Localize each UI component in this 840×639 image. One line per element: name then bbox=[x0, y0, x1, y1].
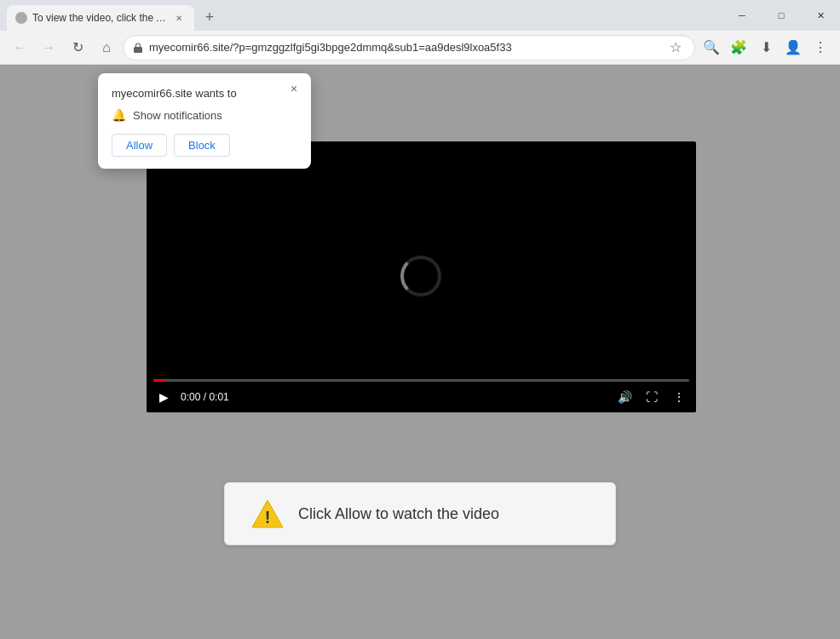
back-button[interactable]: ← bbox=[7, 35, 32, 60]
warning-box: ! Click Allow to watch the video bbox=[224, 482, 616, 545]
popup-close-button[interactable]: × bbox=[285, 80, 302, 97]
tab-title: To view the video, click the Allow... bbox=[32, 12, 167, 24]
address-bar[interactable]: myecomir66.site/?p=gmzggzlfgi5gi3bpge2dm… bbox=[123, 35, 695, 60]
warning-message: Click Allow to watch the video bbox=[298, 505, 499, 523]
warning-icon: ! bbox=[250, 497, 285, 531]
chrome-window: To view the video, click the Allow... ✕ … bbox=[0, 0, 840, 639]
allow-button[interactable]: Allow bbox=[112, 134, 167, 157]
new-tab-button[interactable]: + bbox=[198, 5, 222, 29]
window-controls: ─ □ ✕ bbox=[722, 0, 840, 31]
page-content: × myecomir66.site wants to 🔔 Show notifi… bbox=[0, 65, 840, 639]
tab-close-button[interactable]: ✕ bbox=[172, 11, 186, 25]
toolbar: ← → ↻ ⌂ myecomir66.site/?p=gmzggzlfgi5gi… bbox=[0, 31, 840, 65]
popup-site-text: myecomir66.site wants to bbox=[112, 87, 297, 100]
popup-permission: 🔔 Show notifications bbox=[112, 108, 297, 122]
menu-button[interactable]: ⋮ bbox=[808, 35, 833, 60]
progress-fill bbox=[153, 379, 164, 382]
toolbar-right-buttons: 🔍 🧩 ⬇ 👤 ⋮ bbox=[699, 35, 833, 60]
reload-button[interactable]: ↻ bbox=[65, 35, 90, 60]
forward-button[interactable]: → bbox=[36, 35, 61, 60]
video-loading-spinner bbox=[400, 256, 443, 298]
permission-label: Show notifications bbox=[133, 109, 222, 122]
svg-text:!: ! bbox=[265, 508, 271, 527]
more-options-button[interactable]: ⋮ bbox=[669, 387, 689, 407]
bookmark-button[interactable]: ☆ bbox=[665, 37, 686, 58]
video-time: 0:00 / 0:01 bbox=[181, 391, 229, 403]
video-player: ▶ 0:00 / 0:01 🔊 ⛶ ⋮ bbox=[147, 141, 696, 412]
video-controls: ▶ 0:00 / 0:01 🔊 ⛶ ⋮ bbox=[147, 370, 696, 412]
bell-icon: 🔔 bbox=[112, 108, 126, 122]
controls-row: ▶ 0:00 / 0:01 🔊 ⛶ ⋮ bbox=[153, 387, 689, 407]
search-button[interactable]: 🔍 bbox=[699, 35, 724, 60]
extensions-button[interactable]: 🧩 bbox=[726, 35, 751, 60]
tab-favicon bbox=[15, 12, 27, 24]
progress-bar[interactable] bbox=[153, 379, 689, 382]
volume-button[interactable]: 🔊 bbox=[614, 387, 635, 407]
url-text: myecomir66.site/?p=gmzggzlfgi5gi3bpge2dm… bbox=[149, 41, 660, 54]
maximize-button[interactable]: □ bbox=[762, 0, 801, 31]
title-bar: To view the video, click the Allow... ✕ … bbox=[0, 0, 840, 31]
download-button[interactable]: ⬇ bbox=[753, 35, 779, 60]
home-button[interactable]: ⌂ bbox=[94, 35, 119, 60]
active-tab[interactable]: To view the video, click the Allow... ✕ bbox=[7, 5, 194, 31]
account-button[interactable]: 👤 bbox=[780, 35, 806, 60]
lock-icon bbox=[132, 42, 144, 54]
tab-bar: To view the video, click the Allow... ✕ … bbox=[0, 0, 222, 31]
block-button[interactable]: Block bbox=[174, 134, 230, 157]
spinner bbox=[400, 256, 441, 296]
popup-buttons: Allow Block bbox=[112, 134, 297, 157]
minimize-button[interactable]: ─ bbox=[722, 0, 762, 31]
svg-rect-0 bbox=[134, 47, 142, 53]
notification-popup: × myecomir66.site wants to 🔔 Show notifi… bbox=[98, 73, 311, 169]
fullscreen-button[interactable]: ⛶ bbox=[642, 387, 662, 407]
play-button[interactable]: ▶ bbox=[153, 387, 174, 407]
close-button[interactable]: ✕ bbox=[801, 0, 840, 31]
